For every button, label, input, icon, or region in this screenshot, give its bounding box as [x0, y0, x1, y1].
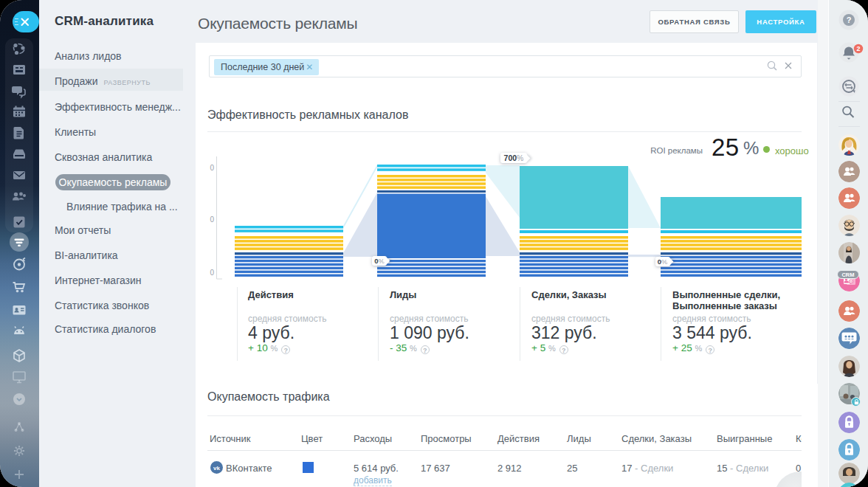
svg-text:2: 2 — [856, 45, 860, 52]
svg-text:vk: vk — [213, 465, 220, 472]
svg-text:@: @ — [849, 279, 853, 283]
svg-text:?: ? — [847, 15, 852, 24]
